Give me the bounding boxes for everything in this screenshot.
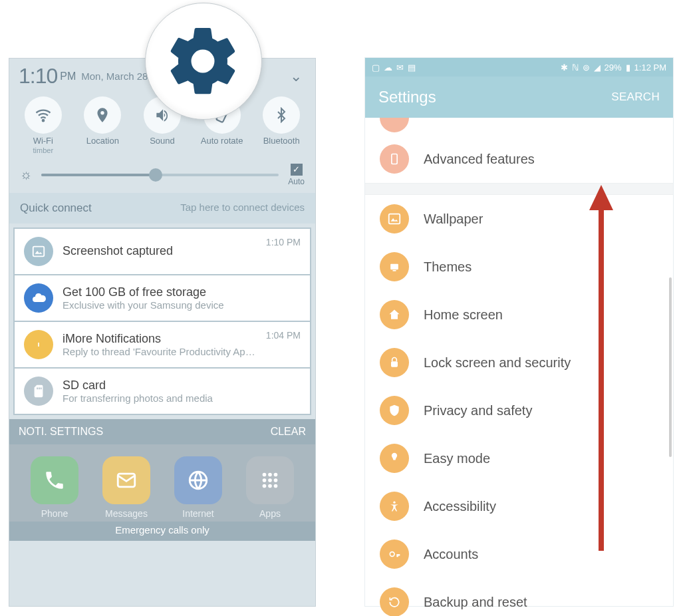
qs-sublabel: timber [16, 146, 70, 154]
qs-toggle-bluetooth[interactable]: Bluetooth [254, 96, 309, 154]
dock-app-messages[interactable]: Messages [102, 456, 150, 519]
emergency-text: Emergency calls only [9, 522, 315, 541]
notification-title: Screenshot captured [63, 244, 257, 258]
svg-point-8 [274, 473, 278, 477]
signal-icon: ◢ [594, 63, 601, 73]
settings-item-lock-screen-and-security[interactable]: Lock screen and security [365, 339, 673, 386]
settings-item-label: Accounts [424, 547, 478, 562]
wifi-icon: ⊚ [583, 63, 590, 73]
status-icon: ☁ [384, 63, 392, 73]
globe-icon [174, 456, 222, 504]
app-bar: Settings SEARCH [365, 77, 673, 118]
settings-item-label: Home screen [424, 307, 503, 323]
qs-label: Auto rotate [195, 136, 249, 146]
settings-screen: ▢ ☁ ✉ ▤ ✱ ℕ ⊚ ◢ 29% ▮ 1:12 PM Settings S… [364, 57, 674, 607]
clock-time: 1:10 [19, 64, 57, 88]
svg-point-11 [274, 478, 278, 482]
settings-item-label: Themes [424, 259, 472, 275]
key-icon [380, 539, 409, 569]
notification-item[interactable]: SD card For transferring photos and medi… [13, 367, 311, 415]
dock-app-label: Messages [102, 508, 150, 519]
section-divider [365, 183, 673, 195]
settings-item-advanced-features[interactable]: Advanced features [365, 135, 673, 183]
sd-icon [24, 377, 53, 406]
status-icon: ✉ [396, 63, 404, 73]
settings-item-backup-and-reset[interactable]: Backup and reset [365, 578, 673, 616]
brightness-auto-label: Auto [288, 177, 305, 186]
dock-app-label: Apps [246, 508, 294, 519]
a11y-icon [380, 492, 409, 521]
settings-item-label: Backup and reset [424, 595, 527, 610]
settings-item-accounts[interactable]: Accounts [365, 530, 673, 578]
svg-point-14 [274, 484, 278, 488]
settings-item-label: Privacy and safety [424, 403, 532, 418]
clock-ampm: PM [60, 71, 76, 82]
lock-icon [380, 348, 409, 377]
privacy-icon [380, 396, 409, 425]
settings-item-label: Advanced features [424, 152, 535, 167]
svg-point-9 [263, 478, 267, 482]
battery-icon: ▮ [626, 63, 630, 73]
search-button[interactable]: SEARCH [611, 90, 660, 104]
settings-item-wallpaper[interactable]: Wallpaper [365, 195, 673, 243]
settings-item-label: Accessibility [424, 499, 496, 514]
status-icon: ▤ [408, 63, 416, 73]
phone-rect-icon [380, 144, 409, 174]
quick-connect-hint: Tap here to connect devices [180, 202, 305, 215]
clock-date: Mon, March 28 [81, 71, 148, 82]
settings-item-label: Easy mode [424, 451, 490, 466]
settings-item-label: Wallpaper [424, 212, 483, 227]
dock-app-phone[interactable]: Phone [31, 456, 78, 519]
gear-icon [164, 21, 243, 101]
notification-subtext: For transferring photos and media [63, 392, 301, 404]
notification-item[interactable]: Get 100 GB of free storage Exclusive wit… [13, 274, 311, 321]
svg-rect-19 [391, 361, 398, 367]
qs-label: Bluetooth [254, 136, 309, 146]
notification-title: iMore Notifications [63, 332, 257, 346]
qs-toggle-location[interactable]: Location [75, 96, 130, 154]
partial-item-top[interactable] [365, 118, 673, 135]
nfc-icon: ℕ [572, 63, 579, 73]
svg-rect-2 [33, 247, 45, 257]
brightness-row: ☼ ✓ Auto [9, 154, 315, 193]
svg-point-10 [268, 478, 272, 482]
expand-chevron-icon[interactable]: ⌄ [290, 68, 302, 85]
notification-time: 1:10 PM [266, 237, 301, 247]
dock-app-apps[interactable]: Apps [246, 456, 294, 519]
settings-item-themes[interactable]: Themes [365, 243, 673, 291]
dot-icon [24, 330, 53, 359]
dock-app-internet[interactable]: Internet [174, 456, 222, 519]
notification-title: Get 100 GB of free storage [63, 285, 301, 299]
mail-icon [102, 456, 150, 504]
svg-rect-17 [390, 264, 398, 269]
brightness-slider[interactable] [41, 174, 279, 176]
brightness-auto-toggle[interactable]: ✓ Auto [288, 164, 305, 186]
svg-point-12 [263, 484, 267, 488]
notification-list: Screenshot captured 1:10 PM Get 100 GB o… [9, 224, 315, 419]
settings-gear-callout[interactable] [145, 3, 262, 120]
settings-item-home-screen[interactable]: Home screen [365, 291, 673, 339]
qs-label: Location [75, 136, 130, 146]
notification-panel: 1:10 PM Mon, March 28 ⌄ Wi-Fi timber Loc… [9, 58, 316, 607]
wifi-icon [25, 96, 62, 134]
svg-point-7 [268, 473, 272, 477]
svg-point-13 [268, 484, 272, 488]
settings-list: Advanced features Wallpaper Themes Home … [365, 135, 673, 616]
settings-item-privacy-and-safety[interactable]: Privacy and safety [365, 386, 673, 434]
settings-item-accessibility[interactable]: Accessibility [365, 482, 673, 530]
clear-button[interactable]: CLEAR [271, 426, 306, 438]
noti-settings-button[interactable]: NOTI. SETTINGS [19, 426, 103, 438]
image-icon [24, 237, 53, 266]
status-bar: ▢ ☁ ✉ ▤ ✱ ℕ ⊚ ◢ 29% ▮ 1:12 PM [365, 58, 673, 77]
app-title: Settings [378, 88, 436, 106]
bt-icon [263, 96, 300, 134]
notification-item[interactable]: Screenshot captured 1:10 PM [13, 228, 311, 274]
svg-point-21 [390, 552, 394, 557]
backup-icon [380, 587, 409, 616]
quick-connect-bar[interactable]: Quick connect Tap here to connect device… [9, 193, 315, 224]
home-icon [380, 300, 409, 329]
svg-point-6 [263, 473, 267, 477]
notification-item[interactable]: iMore Notifications Reply to thread 'Fav… [13, 321, 311, 367]
qs-toggle-wi-fi[interactable]: Wi-Fi timber [16, 96, 70, 154]
settings-item-easy-mode[interactable]: Easy mode [365, 434, 673, 482]
